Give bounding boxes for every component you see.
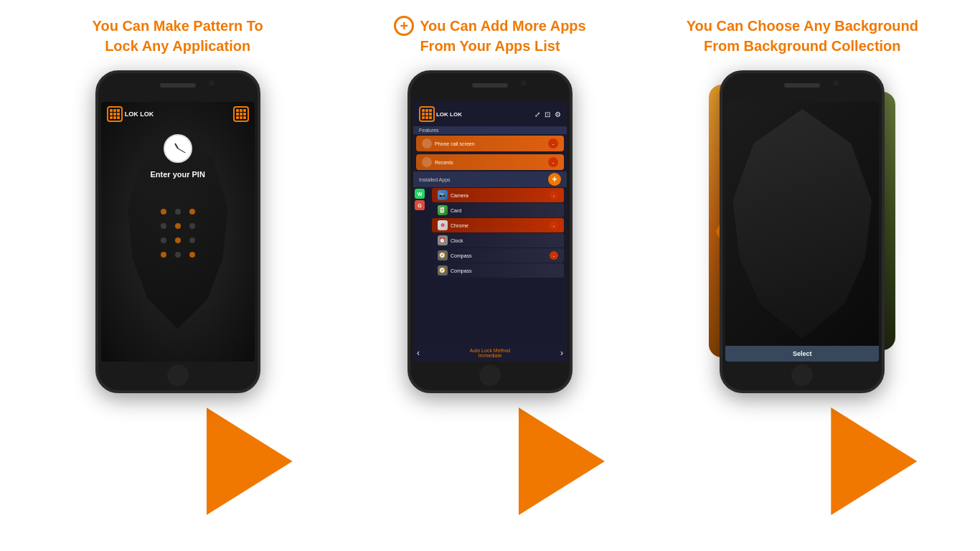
triangle-deco-3: [831, 408, 917, 515]
apps-list-area: W G 📷 Camera - 🃏: [413, 187, 567, 278]
s1-topbar: LOK LOK: [107, 106, 249, 122]
phone-home-button-3: [791, 364, 813, 386]
screen-apps-list: LOK LOK ⤢ ⊡ ⚙ Features: [413, 102, 567, 362]
panel-3: You Can Choose Any Background From Backg…: [651, 14, 953, 537]
loklok-logo-2: LOK LOK: [419, 106, 462, 122]
phone-3-stack: Select: [709, 70, 895, 386]
title-icon-wrapper: + You Can Add More Apps: [394, 16, 585, 36]
loklok-logo-1: LOK LOK: [107, 106, 154, 122]
main-container: You Can Make Pattern To Lock Any Applica…: [0, 0, 980, 551]
compass-icon-1: 🧭: [438, 250, 448, 260]
bottom-lock-bar: ‹ Auto Lock Method Immediate ›: [413, 344, 567, 362]
pin-dot-8: [175, 237, 181, 243]
camera-label: Camera: [451, 193, 468, 198]
arrow-left-icon[interactable]: ‹: [417, 348, 420, 358]
sidebar-apps: W G: [413, 187, 428, 212]
gplus-sidebar: G: [415, 200, 425, 210]
phone-camera-2: [521, 80, 527, 86]
compass-icon-2: 🧭: [438, 265, 448, 276]
phone-camera-3: [833, 80, 839, 86]
screen-pin-lock: LOK LOK: [101, 102, 255, 362]
chrome-label: Chrome: [451, 223, 468, 228]
panel-2-title: + You Can Add More Apps From Your Apps L…: [394, 14, 585, 57]
plus-circle-icon: +: [394, 16, 414, 36]
clock-widget: [164, 134, 192, 163]
chrome-icon: ⊕: [438, 220, 448, 230]
select-label: Select: [793, 350, 812, 357]
select-button-bar[interactable]: Select: [725, 346, 879, 362]
feature-recents-label: Recents: [435, 160, 453, 165]
card-icon: 🃏: [438, 205, 448, 215]
phone-screen-3: Select: [725, 102, 879, 362]
pin-dot-3: [189, 209, 195, 215]
lock-method-value: Immediate: [470, 353, 510, 358]
pin-dot-4: [161, 223, 166, 229]
pin-dot-9: [189, 237, 195, 243]
recents-icon: [422, 157, 432, 167]
pin-dots-grid: [161, 209, 195, 258]
phone-call-icon: [422, 138, 432, 149]
pin-dot-7: [161, 237, 166, 243]
bg-gallery: [725, 102, 879, 346]
phone-1-wrapper: LOK LOK: [85, 70, 271, 537]
feature-remove-icon-1[interactable]: -: [548, 138, 558, 149]
screen-bg-chooser: Select: [725, 102, 879, 362]
app-item-card: 🃏 Card: [432, 203, 564, 217]
feature-remove-icon-2[interactable]: -: [548, 157, 558, 167]
phone-screen-2: LOK LOK ⤢ ⊡ ⚙ Features: [413, 102, 567, 362]
pin-dot-11: [175, 252, 181, 258]
phone-2-wrapper: LOK LOK ⤢ ⊡ ⚙ Features: [397, 70, 583, 537]
app-item-compass2: 🧭 Compass: [432, 263, 564, 278]
cart-icon[interactable]: ⊡: [545, 110, 550, 118]
clock-face: [166, 136, 190, 161]
triangle-deco-1: [207, 408, 293, 515]
loklok-label-2: LOK LOK: [436, 111, 462, 118]
lock-method-display: Auto Lock Method Immediate: [470, 348, 510, 358]
whatsapp-sidebar: W: [415, 189, 425, 199]
compass-label-1: Compass: [451, 253, 472, 258]
main-apps-list: 📷 Camera - 🃏 Card ⊕ Ch: [429, 188, 567, 278]
panel-2: + You Can Add More Apps From Your Apps L…: [339, 14, 641, 537]
main-bg-dark: [725, 102, 879, 346]
compass-lock-icon[interactable]: -: [550, 251, 558, 260]
app-item-camera: 📷 Camera -: [432, 188, 564, 202]
pin-prompt: Enter your PIN: [150, 170, 204, 179]
phone-screen-1: LOK LOK: [101, 102, 255, 362]
settings-icon[interactable]: ⚙: [555, 110, 561, 118]
loklok-label-1: LOK LOK: [125, 110, 154, 118]
pin-dot-10: [161, 252, 166, 258]
pin-dot-5: [175, 223, 181, 229]
s2-header: LOK LOK ⤢ ⊡ ⚙: [413, 102, 567, 126]
phone-2: LOK LOK ⤢ ⊡ ⚙ Features: [407, 70, 573, 393]
clock-icon: ⏰: [438, 235, 448, 245]
settings-grid-icon-1: [233, 106, 249, 122]
add-app-button[interactable]: +: [548, 173, 561, 186]
feature-phone-call: Phone call screen -: [416, 136, 564, 151]
clock-minute-hand: [177, 149, 185, 154]
leaf-main-shape: [732, 109, 872, 339]
share-icon[interactable]: ⤢: [534, 110, 540, 118]
panel-1-title: You Can Make Pattern To Lock Any Applica…: [93, 14, 263, 57]
feature-recents: Recents -: [416, 154, 564, 170]
chrome-lock-icon[interactable]: -: [550, 221, 558, 230]
s2-header-icons: ⤢ ⊡ ⚙: [534, 110, 561, 118]
app-item-compass1: 🧭 Compass -: [432, 248, 564, 263]
arrow-right-icon[interactable]: ›: [560, 348, 563, 358]
lock-icon-2: [419, 106, 435, 122]
triangle-deco-2: [519, 408, 605, 515]
phone-1: LOK LOK: [95, 70, 260, 393]
installed-apps-header: Installed Apps +: [413, 171, 567, 187]
phone-home-button-2: [479, 364, 501, 386]
pin-dot-12: [189, 252, 195, 258]
phone-speaker-3: [784, 83, 820, 88]
phone-3: Select: [720, 70, 885, 393]
app-item-clock: ⏰ Clock: [432, 233, 564, 248]
phone-3-wrapper: Select: [709, 70, 895, 537]
camera-lock-icon[interactable]: -: [550, 191, 558, 199]
pin-dot-2: [175, 209, 181, 215]
pin-dot-6: [189, 223, 195, 229]
compass-label-2: Compass: [451, 268, 472, 273]
app-item-chrome: ⊕ Chrome -: [432, 218, 564, 232]
card-label: Card: [451, 208, 461, 213]
features-label: Features: [413, 126, 567, 134]
